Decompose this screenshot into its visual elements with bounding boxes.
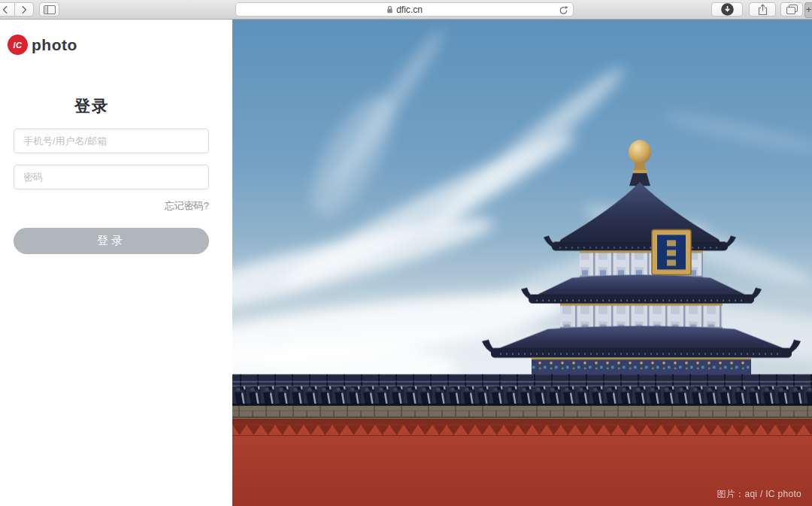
show-tabs-button[interactable] xyxy=(780,2,803,17)
reload-icon xyxy=(559,5,568,15)
logo-badge-icon: IC xyxy=(8,35,28,55)
back-button[interactable] xyxy=(0,2,15,17)
login-title: 登录 xyxy=(0,95,189,117)
login-panel: IC photo 登录 忘记密码? 登录 xyxy=(0,20,232,506)
share-icon xyxy=(758,4,768,16)
download-icon xyxy=(720,2,735,17)
downloads-button[interactable] xyxy=(711,2,743,17)
username-input[interactable] xyxy=(14,129,209,153)
hero-photo-illustration xyxy=(232,20,812,506)
logo-wordmark: photo xyxy=(32,36,77,54)
icphoto-logo[interactable]: IC photo xyxy=(8,35,77,55)
nav-buttons xyxy=(0,2,34,17)
share-button[interactable] xyxy=(749,2,776,17)
url-text: dfic.cn xyxy=(396,5,423,15)
sidebar-toggle-button[interactable] xyxy=(39,2,59,17)
lock-icon xyxy=(386,5,393,14)
reload-button[interactable] xyxy=(558,5,569,16)
forgot-password-link[interactable]: 忘记密码? xyxy=(165,199,209,213)
password-input[interactable] xyxy=(14,165,209,189)
page-content: IC photo 登录 忘记密码? 登录 xyxy=(0,20,812,506)
photo-credit: 图片：aqi / IC photo xyxy=(717,488,801,501)
tabs-icon xyxy=(786,5,798,14)
hero-photo: 图片：aqi / IC photo xyxy=(232,20,812,506)
safari-window: dfic.cn + xyxy=(0,0,812,506)
forward-button[interactable] xyxy=(14,2,34,17)
chevron-left-icon xyxy=(2,5,8,14)
address-bar[interactable]: dfic.cn xyxy=(235,2,574,17)
browser-toolbar: dfic.cn + xyxy=(0,0,812,20)
login-submit-button[interactable]: 登录 xyxy=(14,228,209,254)
sidebar-icon xyxy=(44,5,56,14)
wall xyxy=(232,374,812,506)
chevron-right-icon xyxy=(21,5,27,14)
new-tab-button-partial[interactable]: + xyxy=(804,2,812,18)
